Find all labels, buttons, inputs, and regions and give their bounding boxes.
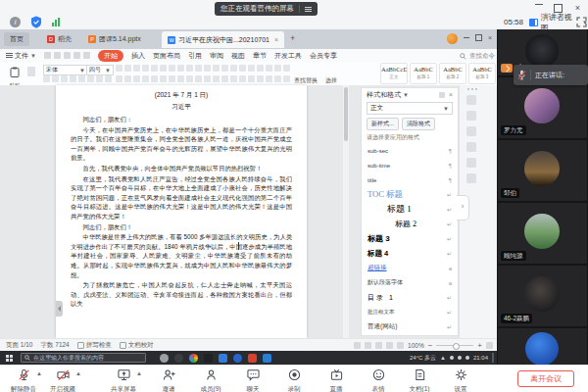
pen-tool-icon[interactable] bbox=[466, 111, 476, 121]
leave-meeting-button[interactable]: 离开会议 bbox=[517, 370, 574, 387]
members-button[interactable]: 成员(9) bbox=[191, 368, 230, 392]
spellcheck-toggle[interactable]: 拼写检查 bbox=[77, 341, 112, 350]
participant-tile[interactable]: 罗力元 bbox=[498, 77, 587, 138]
zoom-out-button[interactable]: − bbox=[428, 341, 433, 350]
minimize-button[interactable] bbox=[535, 4, 543, 5]
style-item[interactable]: sub-sec ¶ bbox=[362, 143, 458, 158]
wps-docer-tab[interactable]: D 稻壳 bbox=[41, 32, 77, 46]
style-item[interactable]: title ¶ bbox=[362, 172, 458, 187]
ribbon-tab-layout[interactable]: 页面布局 bbox=[153, 51, 180, 61]
start-button[interactable] bbox=[6, 355, 13, 362]
read-mode-icon[interactable] bbox=[354, 342, 361, 349]
find-command[interactable]: 查找命令 bbox=[460, 52, 495, 61]
document-scrollbar[interactable] bbox=[343, 85, 349, 338]
app-icon[interactable] bbox=[204, 354, 213, 363]
document-page[interactable]: (2021 年 7 月 1 日) 习近平 同志们，朋友们： 今天，在中国共产党历… bbox=[56, 85, 307, 338]
new-style-button[interactable]: 新样式... bbox=[367, 118, 399, 130]
docs-button[interactable]: 文档(1) bbox=[400, 368, 439, 392]
style-item[interactable]: 标题 3 ↵ bbox=[362, 231, 458, 246]
security-shield-icon[interactable] bbox=[30, 16, 42, 28]
wps-home-tab[interactable]: 首页 bbox=[4, 32, 29, 46]
browser-icon[interactable] bbox=[189, 354, 198, 363]
style-gallery-item[interactable]: AaBbC 标题 3 bbox=[468, 63, 496, 84]
style-item[interactable]: 标题 1 ↵ bbox=[362, 202, 458, 217]
share-tool-icon[interactable] bbox=[466, 173, 476, 183]
chevron-down-icon[interactable]: ▼ bbox=[403, 92, 409, 98]
pane-close-icon[interactable]: × bbox=[449, 91, 453, 98]
tab-close-icon[interactable]: × bbox=[274, 36, 278, 43]
style-item[interactable]: 目录 1 ↵ bbox=[362, 290, 458, 305]
file-menu[interactable]: 文件 ▼ bbox=[6, 51, 36, 61]
pane-pin-icon[interactable] bbox=[439, 92, 445, 98]
word-count[interactable]: 字数 7124 bbox=[40, 341, 69, 350]
select-tool-icon[interactable] bbox=[466, 126, 476, 136]
edit-mode-icon[interactable] bbox=[397, 342, 404, 349]
emoji-button[interactable]: 表情 bbox=[359, 368, 398, 392]
live-button[interactable]: 直播 bbox=[317, 368, 356, 392]
participant-tile[interactable]: 46-2聂鹏 bbox=[498, 266, 587, 326]
ribbon-tab-view[interactable]: 视图 bbox=[231, 51, 245, 61]
wps-doc-tab-active[interactable]: W 习近平在庆祝中国...20210701 × bbox=[162, 31, 284, 48]
style-item[interactable]: 批注框文本 ↵ bbox=[362, 305, 458, 319]
web-layout-icon[interactable] bbox=[375, 342, 382, 349]
invite-button[interactable]: 邀请 bbox=[149, 368, 188, 392]
wps-window-controls[interactable]: × bbox=[464, 34, 492, 41]
style-item[interactable]: 标题 2 ↵ bbox=[362, 217, 458, 231]
taskbar-search[interactable]: 在这里输入你要搜索的内容 bbox=[21, 353, 146, 363]
quick-access-toolbar[interactable] bbox=[44, 52, 90, 59]
tray-expand-icon[interactable]: ▲ bbox=[440, 355, 446, 361]
style-item[interactable]: 默认段落字体 a bbox=[362, 275, 458, 290]
participant-tile[interactable]: 邹伯 bbox=[498, 140, 587, 201]
font-name-select[interactable]: 宋体 ▼ bbox=[43, 65, 88, 75]
participant-tile[interactable]: 顾纯源 bbox=[498, 203, 587, 264]
fit-page-icon[interactable] bbox=[486, 342, 493, 349]
notification-edge[interactable] bbox=[492, 353, 494, 363]
font-style-controls[interactable] bbox=[43, 75, 112, 82]
find-replace-button[interactable]: 查找替换 bbox=[294, 76, 318, 85]
style-gallery-item[interactable]: AaBbC 标题 1 bbox=[410, 63, 437, 84]
ribbon-tab-home[interactable]: 开始 bbox=[98, 50, 123, 62]
app-icon[interactable] bbox=[174, 354, 183, 363]
zoom-level[interactable]: 100% bbox=[408, 342, 424, 349]
style-item[interactable]: 超链接 a bbox=[362, 261, 458, 275]
paragraph-controls[interactable] bbox=[116, 75, 290, 82]
style-item[interactable]: 标题 4 ↵ bbox=[362, 246, 458, 261]
unmute-button[interactable]: ▲ 解除静音 bbox=[4, 368, 43, 392]
record-button[interactable]: 录制 bbox=[274, 368, 314, 392]
ribbon-tab-membership[interactable]: 会员专享 bbox=[310, 51, 337, 61]
wps-ppt-tab[interactable]: P 团课5.14.pptx bbox=[82, 32, 147, 46]
ribbon-tab-developer[interactable]: 开发工具 bbox=[274, 51, 302, 61]
swap-tool-icon[interactable] bbox=[466, 142, 476, 152]
share-screen-button[interactable]: ▲ 共享屏幕 bbox=[104, 368, 143, 392]
format-painter-button[interactable] bbox=[27, 67, 35, 76]
help-tool-icon[interactable] bbox=[466, 158, 476, 168]
fullscreen-icon[interactable] bbox=[576, 17, 587, 27]
chevron-up-icon[interactable]: ▲ bbox=[75, 370, 81, 376]
ribbon-tab-section[interactable]: 章节 bbox=[253, 51, 267, 61]
weather-widget[interactable]: 24°C 多云 bbox=[410, 354, 436, 363]
pane-collapse-handle[interactable]: › bbox=[457, 195, 469, 220]
chat-button[interactable]: 聊天 bbox=[233, 368, 272, 392]
app-icon[interactable] bbox=[219, 354, 227, 363]
clear-format-button[interactable]: 清除格式 bbox=[402, 118, 435, 130]
select-button[interactable]: 选择 bbox=[325, 76, 337, 85]
styles-tool-icon[interactable] bbox=[466, 95, 476, 105]
ribbon-tab-review[interactable]: 审阅 bbox=[210, 51, 223, 61]
new-tab-button[interactable]: + bbox=[290, 33, 295, 43]
start-video-button[interactable]: ▲ 开启视频 bbox=[43, 368, 82, 392]
settings-button[interactable]: 设置 bbox=[441, 368, 480, 392]
participant-tile[interactable] bbox=[498, 328, 587, 365]
network-signal-icon[interactable] bbox=[52, 18, 60, 26]
current-style-select[interactable]: 正文 ▼ bbox=[367, 102, 453, 115]
style-gallery-item[interactable]: AaBbC 标题 2 bbox=[439, 63, 466, 84]
app-icon[interactable] bbox=[263, 354, 271, 363]
app-icon[interactable] bbox=[233, 354, 242, 363]
tray-icon[interactable] bbox=[458, 356, 462, 360]
chevron-up-icon[interactable]: ▲ bbox=[136, 370, 142, 376]
print-layout-icon[interactable] bbox=[365, 342, 371, 349]
app-icon[interactable] bbox=[248, 354, 257, 363]
tray-icon[interactable] bbox=[450, 356, 454, 360]
ribbon-tab-references[interactable]: 引用 bbox=[188, 51, 202, 61]
font-effect-controls[interactable] bbox=[116, 65, 290, 72]
style-item[interactable]: TOC 标题 ↵ bbox=[362, 187, 458, 202]
